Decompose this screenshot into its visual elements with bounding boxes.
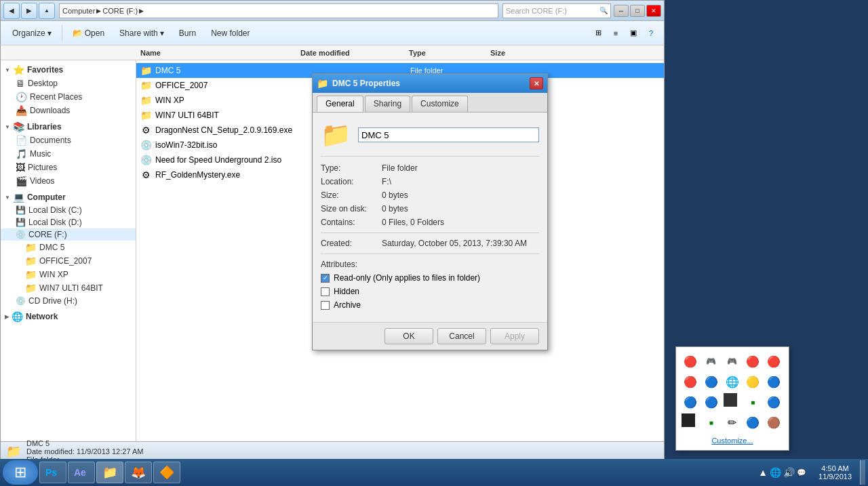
systray-icon-17[interactable]: ■ (703, 413, 720, 431)
address-bar[interactable]: Computer ▶ CORE (F:) ▶ (59, 3, 498, 18)
forward-button[interactable]: ▶ (21, 3, 37, 19)
sidebar-item-winxp[interactable]: 📁 WIN XP (1, 268, 136, 281)
start-button[interactable]: ⊞ (3, 460, 38, 485)
nfs-file-name: Need for Speed Underground 2.iso (153, 155, 302, 165)
clock-area[interactable]: 4:50 AM 11/9/2013 (813, 464, 857, 481)
local-c-icon: 💾 (16, 205, 26, 215)
dragonnest-file-icon: ⚙ (139, 125, 153, 136)
burn-button[interactable]: Burn (173, 26, 202, 41)
systray-icon-16[interactable] (682, 413, 695, 427)
col-name-header[interactable]: Name (138, 49, 300, 57)
organize-button[interactable]: Organize ▾ (6, 26, 58, 41)
systray-volume-icon[interactable]: 🔊 (783, 467, 795, 478)
taskbar-item-firefox[interactable]: 🦊 (125, 462, 152, 483)
systray-icon-11[interactable]: 🔵 (682, 393, 699, 411)
systray-network-icon[interactable]: 🌐 (770, 467, 781, 478)
libraries-icon: 📚 (13, 121, 24, 132)
systray-icon-14[interactable]: ■ (744, 393, 762, 411)
crumb-drive[interactable]: CORE (F:) (102, 7, 138, 15)
folder-name-input[interactable] (358, 127, 539, 142)
share-button[interactable]: Share with ▾ (113, 26, 170, 41)
sidebar-item-office[interactable]: 📁 OFFICE_2007 (1, 254, 136, 268)
pictures-label: Pictures (28, 163, 57, 172)
back-button[interactable]: ◀ (3, 3, 20, 19)
systray-icon-9[interactable]: 🟡 (744, 373, 762, 390)
systray-icon-19[interactable]: 🔵 (744, 413, 762, 431)
systray-msg-icon[interactable]: 💬 (797, 468, 806, 477)
open-button[interactable]: 📂 Open (66, 26, 111, 41)
sidebar-item-documents[interactable]: 📄 Documents (1, 134, 136, 147)
sidebar-item-desktop[interactable]: 🖥 Desktop (1, 77, 136, 90)
taskbar-item-ps[interactable]: Ps (39, 462, 66, 483)
cancel-button[interactable]: Cancel (437, 328, 486, 344)
view-toggle-button[interactable]: ≡ (608, 26, 623, 41)
core-icon: 💿 (16, 230, 26, 239)
systray-icon-3[interactable]: 🎮 (724, 352, 741, 370)
systray-icon-7[interactable]: 🔵 (703, 373, 720, 390)
minimize-button[interactable]: ─ (614, 5, 629, 17)
systray-icon-12[interactable]: 🔵 (703, 393, 720, 411)
tab-customize[interactable]: Customize (412, 96, 468, 112)
apply-button[interactable]: Apply (490, 328, 539, 344)
network-header[interactable]: ▶ 🌐 Network (1, 310, 136, 323)
systray-icon-20[interactable]: 🟤 (765, 413, 783, 431)
sidebar-item-videos[interactable]: 🎬 Videos (1, 174, 136, 188)
systray-icon-18[interactable]: ✏ (724, 413, 741, 431)
organize-label: Organize (12, 28, 45, 38)
systray-icon-13[interactable] (724, 393, 737, 407)
computer-header[interactable]: ▼ 💻 Computer (1, 190, 136, 204)
crumb-computer[interactable]: Computer (62, 7, 95, 15)
customize-link[interactable]: Customize... (682, 437, 783, 445)
systray-icon-2[interactable]: 🎮 (703, 352, 720, 370)
readonly-checkbox[interactable] (321, 274, 330, 283)
sidebar-item-recent[interactable]: 🕐 Recent Places (1, 90, 136, 104)
systray-icon-1[interactable]: 🔴 (682, 352, 699, 370)
search-bar[interactable]: Search CORE (F:) 🔍 (502, 3, 611, 18)
sidebar-item-dmc5[interactable]: 📁 DMC 5 (1, 241, 136, 254)
col-date-header[interactable]: Date modified (300, 49, 409, 57)
taskbar-item-ae[interactable]: Ae (68, 462, 95, 483)
sidebar-item-local-c[interactable]: 💾 Local Disk (C:) (1, 204, 136, 216)
show-desktop-button[interactable] (860, 460, 865, 485)
sidebar-item-local-d[interactable]: 💾 Local Disk (D:) (1, 216, 136, 228)
up-button[interactable]: ▲ (39, 3, 55, 19)
favorites-header[interactable]: ▼ ⭐ Favorites (1, 63, 136, 77)
systray-icon-8[interactable]: 🌐 (724, 373, 741, 390)
sidebar-item-pictures[interactable]: 🖼 Pictures (1, 161, 136, 174)
ok-button[interactable]: OK (384, 328, 433, 344)
tab-general[interactable]: General (317, 96, 363, 112)
view-options-button[interactable]: ⊞ (591, 26, 606, 41)
sidebar-item-cd-h[interactable]: 💿 CD Drive (H:) (1, 295, 136, 307)
systray-icon-10[interactable]: 🔵 (765, 373, 783, 390)
sidebar: ▼ ⭐ Favorites 🖥 Desktop 🕐 Recent Places … (1, 60, 136, 441)
taskbar-item-vlc[interactable]: 🔶 (153, 462, 180, 483)
systray-icon-6[interactable]: 🔴 (682, 373, 699, 390)
archive-checkbox[interactable] (321, 301, 330, 310)
help-button[interactable]: ? (644, 26, 658, 41)
maximize-button[interactable]: □ (630, 5, 645, 17)
hidden-checkbox[interactable] (321, 287, 330, 296)
systray-arrow-icon[interactable]: ▲ (758, 467, 768, 478)
isowin7-file-name: isoWin7-32bit.iso (153, 140, 302, 150)
new-folder-button[interactable]: New folder (205, 26, 256, 41)
systray-icon-15[interactable]: 🔵 (765, 393, 783, 411)
sidebar-item-win7[interactable]: 📁 WIN7 ULTI 64BIT (1, 281, 136, 295)
preview-button[interactable]: ▣ (626, 26, 641, 41)
sidebar-item-core[interactable]: 💿 CORE (F:) (1, 228, 136, 241)
col-type-header[interactable]: Type (409, 49, 490, 57)
sidebar-item-music[interactable]: 🎵 Music (1, 147, 136, 161)
core-label: CORE (F:) (28, 230, 67, 239)
tab-sharing[interactable]: Sharing (365, 96, 410, 112)
systray-icons-grid: 🔴 🎮 🎮 🔴 🔴 🔴 🔵 🌐 🟡 🔵 🔵 🔵 ■ 🔵 ■ ✏ 🔵 🟤 (682, 352, 783, 431)
sidebar-item-downloads[interactable]: 📥 Downloads (1, 104, 136, 117)
systray-icon-5[interactable]: 🔴 (765, 352, 783, 370)
col-size-header[interactable]: Size (490, 49, 545, 57)
taskbar-item-explorer[interactable]: 📁 (96, 462, 123, 483)
dialog-close-button[interactable]: ✕ (530, 77, 543, 89)
attributes-section: Attributes: Read-only (Only applies to f… (321, 260, 539, 310)
systray-icon-4[interactable]: 🔴 (744, 352, 762, 370)
archive-label: Archive (334, 300, 361, 310)
close-button[interactable]: ✕ (646, 5, 661, 17)
prop-sizeondisk-label: Size on disk: (321, 204, 382, 214)
libraries-header[interactable]: ▼ 📚 Libraries (1, 120, 136, 134)
